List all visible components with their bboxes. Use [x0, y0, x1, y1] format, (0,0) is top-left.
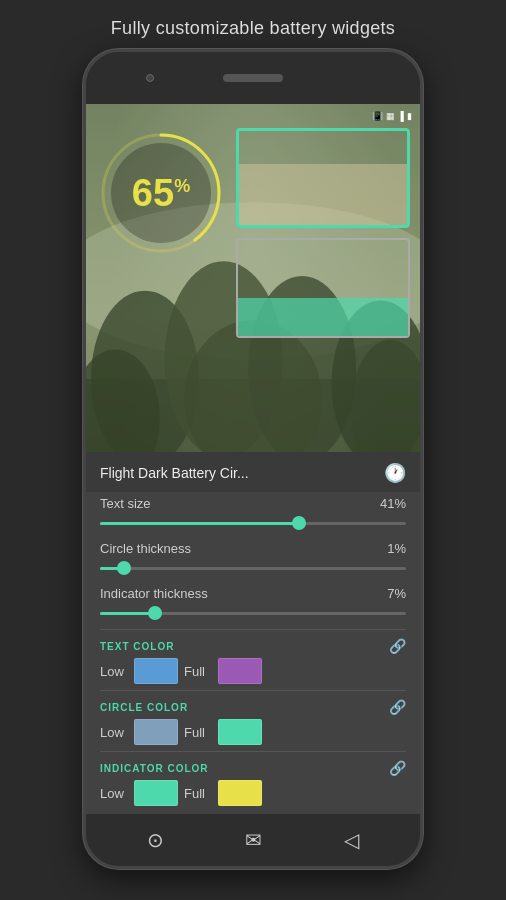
- circle-color-header: CIRCLE COLOR 🔗: [100, 699, 406, 715]
- divider-3: [100, 751, 406, 752]
- battery-fill-top: [239, 164, 407, 225]
- indicator-color-row: Low Full: [100, 780, 406, 806]
- circle-thickness-slider[interactable]: [100, 558, 406, 578]
- wifi-icon: ▦: [386, 111, 395, 121]
- circle-color-full-swatch[interactable]: [218, 719, 262, 745]
- circle-color-low-swatch[interactable]: [134, 719, 178, 745]
- phone-screen: 📳 ▦ ▐ ▮ 65%: [86, 104, 420, 814]
- indicator-color-full-label: Full: [184, 786, 212, 801]
- circle-thickness-label-row: Circle thickness 1%: [100, 541, 406, 556]
- indicator-color-section: INDICATOR COLOR 🔗 Low Full: [86, 754, 420, 810]
- status-icons: 📳 ▦ ▐ ▮: [372, 111, 412, 121]
- top-label: Fully customizable battery widgets: [91, 0, 415, 49]
- indicator-thickness-thumb[interactable]: [148, 606, 162, 620]
- circle-thickness-value: 1%: [387, 541, 406, 556]
- divider-1: [100, 629, 406, 630]
- history-button[interactable]: 🕐: [384, 462, 406, 484]
- phone-camera: [146, 74, 154, 82]
- battery-fill-bottom: [238, 298, 408, 336]
- circle-color-title: CIRCLE COLOR: [100, 702, 188, 713]
- text-color-link-icon[interactable]: 🔗: [389, 638, 406, 654]
- phone-bottom-bar: ⊙ ✉ ◁: [86, 814, 420, 866]
- signal-icon: ▐: [398, 111, 404, 121]
- text-color-full-swatch[interactable]: [218, 658, 262, 684]
- text-color-row: Low Full: [100, 658, 406, 684]
- circle-battery-widget: 65%: [96, 128, 226, 258]
- settings-header: Flight Dark Battery Cir... 🕐: [86, 452, 420, 492]
- right-widgets: [236, 128, 410, 338]
- indicator-thickness-label: Indicator thickness: [100, 586, 208, 601]
- settings-panel: Flight Dark Battery Cir... 🕐 Text size 4…: [86, 452, 420, 814]
- text-color-low-label: Low: [100, 664, 128, 679]
- mail-icon[interactable]: ✉: [245, 828, 262, 852]
- widget-area: 65%: [96, 128, 410, 338]
- indicator-color-low-label: Low: [100, 786, 128, 801]
- indicator-thickness-slider[interactable]: [100, 603, 406, 623]
- circle-thickness-section: Circle thickness 1%: [86, 537, 420, 582]
- text-size-label-row: Text size 41%: [100, 496, 406, 511]
- circle-thickness-label: Circle thickness: [100, 541, 191, 556]
- text-color-low-swatch[interactable]: [134, 658, 178, 684]
- circle-color-row: Low Full: [100, 719, 406, 745]
- indicator-color-header: INDICATOR COLOR 🔗: [100, 760, 406, 776]
- indicator-thickness-label-row: Indicator thickness 7%: [100, 586, 406, 601]
- text-size-thumb[interactable]: [292, 516, 306, 530]
- indicator-color-low-swatch[interactable]: [134, 780, 178, 806]
- phone-frame: 📳 ▦ ▐ ▮ 65%: [83, 49, 423, 869]
- indicator-color-full-swatch[interactable]: [218, 780, 262, 806]
- circle-color-link-icon[interactable]: 🔗: [389, 699, 406, 715]
- battery-solid-widget: [236, 238, 410, 338]
- text-color-full-label: Full: [184, 664, 212, 679]
- phone-speaker: [223, 74, 283, 82]
- battery-percent: 65%: [132, 172, 190, 215]
- circle-color-section: CIRCLE COLOR 🔗 Low Full: [86, 693, 420, 749]
- text-size-label: Text size: [100, 496, 151, 511]
- text-color-title: TEXT COLOR: [100, 641, 174, 652]
- text-color-section: TEXT COLOR 🔗 Low Full: [86, 632, 420, 688]
- text-size-slider[interactable]: [100, 513, 406, 533]
- indicator-color-link-icon[interactable]: 🔗: [389, 760, 406, 776]
- indicator-thickness-value: 7%: [387, 586, 406, 601]
- text-size-section: Text size 41%: [86, 492, 420, 537]
- battery-outline-widget: [236, 128, 410, 228]
- side-button: [420, 252, 423, 302]
- indicator-color-title: INDICATOR COLOR: [100, 763, 209, 774]
- camera-icon[interactable]: ⊙: [147, 828, 164, 852]
- text-color-header: TEXT COLOR 🔗: [100, 638, 406, 654]
- divider-2: [100, 690, 406, 691]
- circle-color-full-label: Full: [184, 725, 212, 740]
- circle-thickness-thumb[interactable]: [117, 561, 131, 575]
- circle-color-low-label: Low: [100, 725, 128, 740]
- text-size-value: 41%: [380, 496, 406, 511]
- back-icon[interactable]: ◁: [344, 828, 359, 852]
- indicator-thickness-section: Indicator thickness 7%: [86, 582, 420, 627]
- vibrate-icon: 📳: [372, 111, 383, 121]
- phone-top-bar: [86, 52, 420, 104]
- battery-icon: ▮: [407, 111, 412, 121]
- status-bar: 📳 ▦ ▐ ▮: [86, 104, 420, 128]
- settings-title: Flight Dark Battery Cir...: [100, 465, 249, 481]
